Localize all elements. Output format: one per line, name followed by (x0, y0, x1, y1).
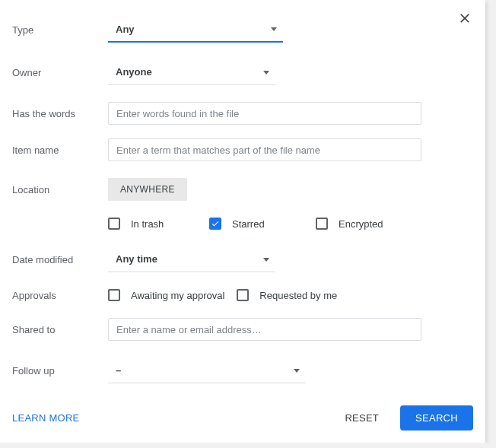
label-approvals: Approvals (12, 290, 108, 301)
checkbox-label: Encrypted (339, 218, 383, 230)
learn-more-link[interactable]: LEARN MORE (12, 412, 79, 424)
date-modified-value: Any time (116, 253, 157, 265)
checkbox-starred[interactable]: Starred (209, 218, 316, 230)
shared-to-input[interactable] (108, 318, 421, 341)
close-button[interactable] (453, 8, 476, 30)
label-type: Type (12, 24, 108, 36)
checkbox-encrypted[interactable]: Encrypted (316, 218, 383, 230)
label-item-name: Item name (12, 145, 108, 156)
search-button[interactable]: SEARCH (400, 405, 473, 431)
checkbox-label: Awaiting my approval (131, 290, 224, 301)
type-dropdown[interactable]: Any (108, 17, 283, 43)
checkbox-in-trash[interactable]: In trash (108, 218, 209, 230)
reset-button[interactable]: RESET (335, 406, 388, 430)
follow-up-value: – (116, 364, 121, 376)
follow-up-dropdown[interactable]: – (108, 357, 306, 383)
label-shared-to: Shared to (12, 324, 108, 335)
item-name-input[interactable] (108, 138, 421, 161)
label-date-modified: Date modified (12, 254, 108, 265)
chevron-down-icon (294, 369, 300, 373)
has-words-input[interactable] (108, 102, 421, 125)
checkbox-requested-by-me[interactable]: Requested by me (237, 289, 337, 301)
checkbox-label: Starred (232, 218, 265, 230)
owner-value: Anyone (116, 66, 152, 78)
checkbox-label: Requested by me (259, 290, 337, 301)
owner-dropdown[interactable]: Anyone (108, 59, 275, 85)
search-form: Type Any Owner Anyone Has the words (12, 17, 473, 405)
label-owner: Owner (12, 67, 108, 78)
chevron-down-icon (263, 258, 269, 262)
advanced-search-dialog: Type Any Owner Anyone Has the words (0, 0, 485, 443)
chevron-down-icon (271, 27, 277, 31)
label-follow-up: Follow up (12, 365, 108, 377)
label-has-words: Has the words (12, 108, 108, 119)
type-value: Any (116, 24, 135, 35)
chevron-down-icon (263, 71, 269, 75)
location-chip-anywhere[interactable]: ANYWHERE (108, 178, 187, 201)
close-icon (457, 11, 472, 28)
label-location: Location (12, 184, 108, 195)
checkbox-awaiting-approval[interactable]: Awaiting my approval (108, 289, 224, 301)
checkbox-label: In trash (131, 218, 164, 230)
dialog-footer: LEARN MORE RESET SEARCH (12, 405, 473, 431)
date-modified-dropdown[interactable]: Any time (108, 246, 275, 272)
